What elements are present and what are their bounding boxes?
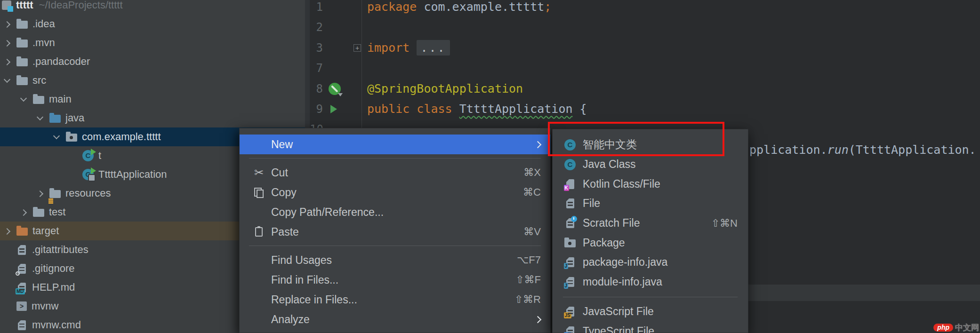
code-line[interactable]: import ...	[367, 38, 450, 58]
menu-item-scratch-file[interactable]: Scratch File⇧⌘N	[553, 214, 748, 233]
tree-chevron-icon[interactable]	[17, 203, 33, 222]
code-segment: public class	[367, 102, 459, 116]
code-line[interactable]: @SpringBootApplication	[367, 79, 523, 99]
tree-row-project-root[interactable]: ttttt~/IdeaProjects/ttttt	[0, 0, 305, 15]
tree-chevron-icon[interactable]	[1, 222, 16, 240]
menu-item-label: Replace in Files...	[271, 293, 357, 306]
tree-item-label: main	[49, 93, 72, 105]
tree-item--pandacoder[interactable]: .pandacoder	[0, 52, 305, 71]
tree-chevron-icon[interactable]	[1, 52, 16, 71]
menu-item-shortcut: ⌘C	[523, 186, 541, 198]
code-line[interactable]: public class TttttApplication {	[367, 99, 587, 119]
menu-item-paste[interactable]: Paste⌘V	[240, 222, 550, 242]
menu-item-label: Find in Files...	[271, 274, 338, 286]
tree-item--mvn[interactable]: .mvn	[0, 33, 305, 52]
gutter-line-number: 1	[310, 0, 323, 17]
tree-item-label: test	[49, 206, 65, 218]
chevron-right-icon	[5, 60, 9, 64]
tree-item-main[interactable]: main	[0, 90, 305, 109]
menu-item-typescript-file[interactable]: TSTypeScript File	[553, 321, 748, 333]
tree-item-label: .mvn	[32, 37, 55, 49]
package-icon	[66, 134, 77, 142]
tree-item-label: .idea	[32, 18, 55, 30]
java-file-icon: J	[566, 277, 574, 287]
tree-chevron-icon[interactable]	[1, 33, 16, 52]
menu-item-package-info-java[interactable]: Jpackage-info.java	[553, 253, 748, 272]
gutter-line-number: 3	[310, 38, 323, 58]
tree-item-label: .gitignore	[32, 262, 75, 275]
tree-chevron-icon[interactable]	[50, 127, 66, 146]
submenu-arrow-icon	[535, 141, 540, 148]
chevron-right-icon	[5, 41, 9, 45]
menu-item-find-usages[interactable]: Find Usages⌥F7	[240, 250, 550, 270]
resources-folder-icon	[49, 190, 61, 198]
menu-item-copy-path-reference-[interactable]: Copy Path/Reference...	[240, 202, 550, 222]
menu-item-icon-slot	[564, 238, 576, 247]
menu-item-cut[interactable]: ✂Cut⌘X	[240, 163, 550, 182]
tree-chevron-icon[interactable]	[17, 90, 33, 109]
project-icon	[2, 0, 11, 10]
code-segment: TttttApplication	[459, 102, 573, 116]
tree-chevron-icon[interactable]	[1, 71, 16, 90]
highlight-red-box	[548, 122, 724, 156]
tree-chevron-icon[interactable]	[34, 184, 49, 203]
fold-plus-icon[interactable]: +	[353, 44, 361, 52]
menu-item-shortcut: ⇧⌘R	[514, 293, 541, 306]
cut-icon: ✂	[254, 167, 264, 178]
spring-boot-class-icon: C	[82, 169, 94, 180]
tree-item--idea[interactable]: .idea	[0, 15, 305, 33]
tree-item-java[interactable]: java	[0, 109, 305, 127]
chevron-right-icon	[21, 210, 25, 214]
tree-item-label: mvnw.cmd	[32, 319, 81, 331]
tree-chevron-icon[interactable]	[1, 15, 16, 33]
tree-item-label: mvnw	[32, 300, 58, 312]
code-segment: {	[573, 102, 587, 116]
menu-item-kotlin-class-file[interactable]: KKotlin Class/File	[553, 174, 748, 194]
code-line[interactable]: package com.example.ttttt;	[367, 0, 551, 17]
tree-item-label: src	[32, 74, 46, 87]
menu-item-icon-slot	[253, 227, 265, 237]
folder-icon	[16, 40, 28, 48]
menu-item-java-class[interactable]: CJava Class	[553, 155, 748, 174]
chevron-right-icon	[5, 229, 9, 233]
gutter-line-number: 8	[310, 79, 323, 99]
chevron-down-icon	[5, 79, 9, 83]
run-icon[interactable]	[330, 105, 337, 113]
runnable-class-icon: C	[82, 150, 94, 161]
watermark-text: 中文网	[955, 322, 979, 333]
console-icon: >	[16, 301, 27, 311]
menu-item-module-info-java[interactable]: Jmodule-info.java	[553, 272, 748, 292]
code-segment: package	[367, 0, 417, 14]
menu-item-copy[interactable]: Copy⌘C	[240, 182, 550, 202]
menu-item-javascript-file[interactable]: JSJavaScript File	[553, 302, 748, 322]
tree-chevron-icon[interactable]	[34, 109, 49, 127]
chevron-down-icon	[38, 116, 42, 120]
project-root-name: ttttt	[16, 0, 33, 11]
context-menu: New✂Cut⌘XCopy⌘CCopy Path/Reference...Pas…	[239, 128, 551, 333]
chevron-spacer	[1, 316, 16, 333]
menu-item-label: New	[271, 138, 293, 151]
tree-item-label: t	[98, 150, 101, 162]
menu-item-package[interactable]: Package	[553, 233, 748, 253]
tree-item-label: .pandacoder	[32, 56, 90, 68]
menu-item-find-in-files-[interactable]: Find in Files...⇧⌘F	[240, 270, 550, 290]
chevron-spacer	[67, 165, 82, 184]
menu-item-replace-in-files-[interactable]: Replace in Files...⇧⌘R	[240, 290, 550, 309]
menu-item-new[interactable]: New	[240, 135, 550, 154]
menu-item-icon-slot	[564, 198, 576, 208]
menu-item-label: package-info.java	[583, 256, 667, 269]
code-segment: ...	[417, 40, 450, 56]
spring-boot-icon[interactable]	[329, 83, 341, 95]
menu-item-analyze[interactable]: Analyze	[240, 309, 550, 329]
menu-item-shortcut: ⇧⌘N	[711, 217, 738, 230]
menu-item-file[interactable]: File	[553, 194, 748, 214]
menu-item-shortcut: ⇧⌘F	[515, 274, 541, 286]
file-type-badge: JS	[564, 312, 571, 318]
code-segment: com.example.ttttt	[417, 0, 544, 14]
copy-icon	[254, 188, 264, 197]
source-folder-icon	[49, 115, 61, 123]
menu-item-label: Analyze	[271, 313, 310, 326]
code-fragment-behind-menu[interactable]: pplication.run(TttttApplication.	[749, 140, 976, 160]
tree-item-src[interactable]: src	[0, 71, 305, 90]
gutter-line-number: 7	[310, 58, 323, 79]
